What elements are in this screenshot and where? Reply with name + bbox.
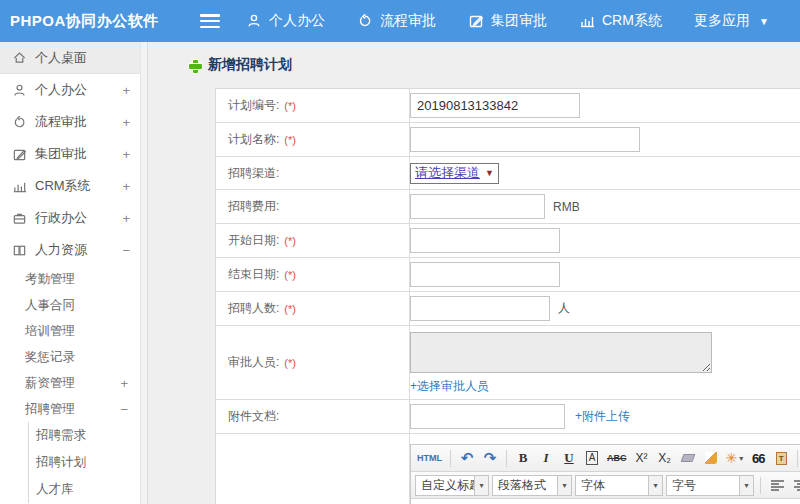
nav-personal-office[interactable]: 个人办公 bbox=[246, 12, 325, 30]
sidebar-item-talent-pool[interactable]: 人才库 bbox=[29, 476, 140, 503]
font-family-combo[interactable]: 字体▾ bbox=[575, 475, 663, 496]
italic-button[interactable]: I bbox=[536, 448, 556, 468]
field-label: 计划编号: bbox=[228, 97, 279, 114]
sidebar-item-recruit-mgmt[interactable]: 招聘管理 − bbox=[0, 396, 140, 422]
sidebar-item-hr-contract[interactable]: 人事合同 bbox=[0, 292, 140, 318]
headcount-input[interactable] bbox=[410, 296, 550, 321]
top-bar: PHPOA协同办公软件 个人办公 流程审批 集团审批 CRM系统 更多应用 ▼ bbox=[0, 0, 800, 42]
bar-chart-icon bbox=[12, 179, 27, 194]
editor-content-area[interactable] bbox=[411, 499, 800, 504]
sidebar-item-crm[interactable]: CRM系统 + bbox=[0, 170, 140, 202]
field-label: 招聘人数: bbox=[228, 300, 279, 317]
nav-crm-system[interactable]: CRM系统 bbox=[579, 12, 662, 30]
attachment-input[interactable] bbox=[410, 404, 565, 429]
fee-input[interactable] bbox=[410, 194, 545, 219]
sidebar-item-hr[interactable]: 人力资源 − bbox=[0, 234, 140, 266]
sidebar-item-desktop[interactable]: 个人桌面 bbox=[0, 42, 140, 74]
person-icon bbox=[12, 83, 27, 98]
sidebar-item-group-approval[interactable]: 集团审批 + bbox=[0, 138, 140, 170]
form-row-attachment: 附件文档: +附件上传 bbox=[216, 400, 800, 434]
collapse-icon[interactable]: − bbox=[120, 402, 128, 417]
channel-select[interactable]: 请选择渠道 ▼ bbox=[410, 163, 499, 184]
paragraph-format-combo[interactable]: 段落格式▾ bbox=[492, 475, 572, 496]
process-icon bbox=[12, 115, 27, 130]
add-icon bbox=[188, 59, 201, 72]
hamburger-menu-icon[interactable] bbox=[200, 14, 220, 28]
paste-icon[interactable]: T bbox=[771, 448, 791, 468]
plan-name-input[interactable] bbox=[410, 127, 640, 152]
bold-button[interactable]: B bbox=[513, 448, 533, 468]
form-row-start-date: 开始日期: (*) bbox=[216, 224, 800, 258]
align-left-icon[interactable] bbox=[767, 475, 787, 495]
bar-chart-icon bbox=[579, 13, 595, 29]
expand-icon[interactable]: + bbox=[122, 211, 130, 226]
blockquote-button[interactable]: 66 bbox=[748, 448, 768, 468]
plan-no-input[interactable] bbox=[410, 93, 580, 118]
choose-approvers-link[interactable]: +选择审批人员 bbox=[410, 378, 489, 395]
expand-icon[interactable]: + bbox=[122, 179, 130, 194]
field-label: 招聘费用: bbox=[228, 198, 279, 215]
char-border-button[interactable]: A bbox=[586, 451, 599, 465]
format-painter-icon[interactable]: ✳▾ bbox=[724, 448, 746, 468]
required-mark: (*) bbox=[284, 269, 296, 281]
required-mark: (*) bbox=[284, 100, 296, 112]
field-label: 附件文档: bbox=[228, 408, 279, 425]
caret-down-icon: ▾ bbox=[648, 476, 662, 495]
edit-icon bbox=[468, 13, 484, 29]
expand-icon[interactable]: + bbox=[120, 376, 128, 391]
approvers-textarea[interactable] bbox=[410, 332, 712, 373]
align-center-icon[interactable] bbox=[790, 475, 800, 495]
editor-toolbar-row1: HTML ↶ ↷ B I U A ABC X² X₂ ✳ bbox=[411, 445, 800, 472]
nav-more-apps[interactable]: 更多应用 ▼ bbox=[694, 12, 769, 30]
end-date-input[interactable] bbox=[410, 262, 560, 287]
nav-process-approval[interactable]: 流程审批 bbox=[357, 12, 436, 30]
recruit-plan-form: 计划编号: (*) 计划名称: (*) 招聘渠道: 请选择渠道 ▼ 招聘费用: bbox=[215, 88, 800, 504]
clear-format-brush-icon[interactable] bbox=[701, 448, 721, 468]
superscript-button[interactable]: X² bbox=[632, 448, 652, 468]
eraser-icon[interactable] bbox=[678, 448, 698, 468]
sidebar-item-attendance[interactable]: 考勤管理 bbox=[0, 266, 140, 292]
attachment-upload-link[interactable]: +附件上传 bbox=[575, 408, 630, 425]
sidebar-item-personal-office[interactable]: 个人办公 + bbox=[0, 74, 140, 106]
book-icon bbox=[12, 243, 27, 258]
field-label: 审批人员: bbox=[228, 354, 279, 371]
form-row-plan-no: 计划编号: (*) bbox=[216, 89, 800, 123]
sidebar-scrollbar[interactable] bbox=[140, 42, 148, 504]
sidebar-item-admin-office[interactable]: 行政办公 + bbox=[0, 202, 140, 234]
start-date-input[interactable] bbox=[410, 228, 560, 253]
sidebar-item-rewards[interactable]: 奖惩记录 bbox=[0, 344, 140, 370]
process-icon bbox=[357, 13, 373, 29]
field-label: 结束日期: bbox=[228, 266, 279, 283]
undo-icon[interactable]: ↶ bbox=[457, 448, 477, 468]
page-header: 新增招聘计划 bbox=[148, 42, 800, 88]
sidebar-item-recruit-plan[interactable]: 招聘计划 bbox=[29, 449, 140, 476]
source-code-button[interactable]: HTML bbox=[415, 448, 444, 468]
page-title: 新增招聘计划 bbox=[208, 56, 292, 74]
main-content: 新增招聘计划 计划编号: (*) 计划名称: (*) 招聘渠道: 请选择渠道 ▼ bbox=[148, 42, 800, 504]
font-size-combo[interactable]: 字号▾ bbox=[666, 475, 754, 496]
caret-down-icon: ▾ bbox=[557, 476, 571, 495]
strikethrough-button[interactable]: ABC bbox=[605, 448, 629, 468]
sidebar-item-recruit-demand[interactable]: 招聘需求 bbox=[29, 422, 140, 449]
subscript-button[interactable]: X₂ bbox=[655, 448, 675, 468]
sidebar-item-training[interactable]: 培训管理 bbox=[0, 318, 140, 344]
expand-icon[interactable]: + bbox=[122, 147, 130, 162]
caret-down-icon: ▼ bbox=[485, 168, 494, 178]
required-mark: (*) bbox=[284, 357, 296, 369]
underline-button[interactable]: U bbox=[559, 448, 579, 468]
headcount-unit: 人 bbox=[558, 300, 570, 317]
sidebar-item-process-approval[interactable]: 流程审批 + bbox=[0, 106, 140, 138]
recruit-submenu: 招聘需求 招聘计划 人才库 bbox=[28, 422, 140, 503]
expand-icon[interactable]: + bbox=[122, 83, 130, 98]
sidebar-item-salary[interactable]: 薪资管理 + bbox=[0, 370, 140, 396]
form-row-fee: 招聘费用: RMB bbox=[216, 190, 800, 224]
form-row-channel: 招聘渠道: 请选择渠道 ▼ bbox=[216, 157, 800, 190]
expand-icon[interactable]: + bbox=[122, 115, 130, 130]
redo-icon[interactable]: ↷ bbox=[480, 448, 500, 468]
collapse-icon[interactable]: − bbox=[122, 243, 130, 258]
form-row-headcount: 招聘人数: (*) 人 bbox=[216, 292, 800, 326]
editor-toolbar-row2: 自定义标题▾ 段落格式▾ 字体▾ 字号▾ bbox=[411, 472, 800, 499]
nav-group-approval[interactable]: 集团审批 bbox=[468, 12, 547, 30]
field-label: 计划名称: bbox=[228, 131, 279, 148]
custom-title-combo[interactable]: 自定义标题▾ bbox=[415, 475, 489, 496]
